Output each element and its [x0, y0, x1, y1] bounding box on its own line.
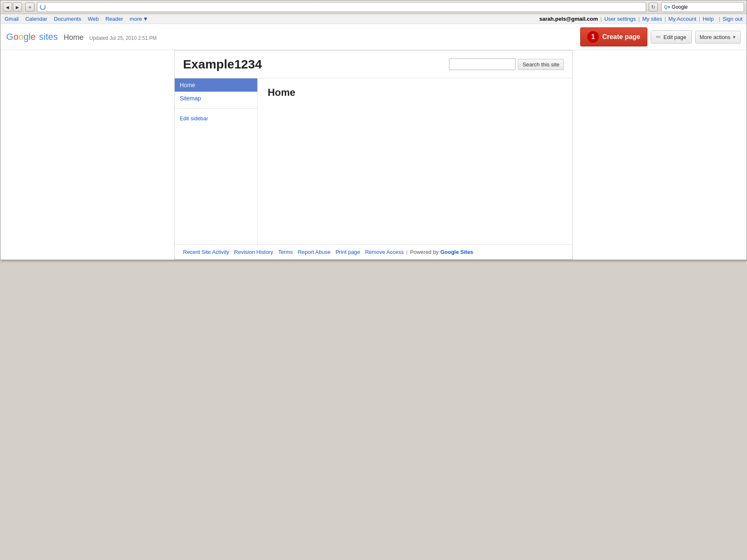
address-bar[interactable]: [37, 2, 646, 12]
new-tab-button[interactable]: +: [25, 2, 34, 12]
sidebar-divider: [175, 108, 257, 109]
footer-terms-link[interactable]: Terms: [278, 249, 293, 255]
topbar-reader-link[interactable]: Reader: [105, 16, 123, 22]
google-topbar: Gmail Calendar Documents Web Reader more…: [0, 14, 747, 24]
content-layout: Home Sitemap Edit sidebar Home: [175, 78, 572, 244]
browser-toolbar: ◀ ▶ + ↻ Q▾ Google: [0, 0, 747, 14]
create-page-badge: 1: [587, 31, 599, 43]
topbar-help-link[interactable]: Help: [703, 16, 714, 22]
sites-label: sites: [39, 32, 58, 42]
topbar-documents-link[interactable]: Documents: [54, 16, 81, 22]
search-engine-icon: Q▾: [664, 5, 670, 10]
sidebar-sitemap-link[interactable]: Sitemap: [180, 95, 201, 102]
footer-remove-access-link[interactable]: Remove Access: [365, 249, 404, 255]
page-content: Home: [258, 78, 572, 244]
footer-print-page-link[interactable]: Print page: [335, 249, 360, 255]
topbar-right-area: sarah.pels@gmail.com | User settings | M…: [540, 16, 742, 22]
site-footer: Recent Site Activity Revision History Te…: [175, 244, 572, 259]
sites-header: Google sites Home Updated Jul 25, 2010 2…: [0, 24, 747, 50]
topbar-user-settings-link[interactable]: User settings: [604, 16, 636, 22]
sidebar-item-sitemap[interactable]: Sitemap: [175, 92, 257, 105]
topbar-my-account-link[interactable]: My Account: [669, 16, 696, 22]
back-button[interactable]: ◀: [3, 2, 12, 12]
powered-by-text: Powered by: [410, 249, 439, 255]
forward-button[interactable]: ▶: [13, 2, 22, 12]
sites-page-name: Home: [63, 33, 83, 42]
nav-buttons: ◀ ▶: [3, 2, 22, 12]
sites-header-right: 1 Create page ✏ Edit page More actions ▼: [580, 27, 741, 46]
create-page-button[interactable]: 1 Create page: [580, 27, 647, 46]
topbar-gmail-link[interactable]: Gmail: [5, 16, 19, 22]
main-container: Example1234 Search this site Home Sitema…: [174, 50, 573, 260]
search-site-area: Search this site: [449, 58, 564, 70]
search-site-input[interactable]: [449, 58, 515, 70]
footer-recent-activity-link[interactable]: Recent Site Activity: [183, 249, 229, 255]
topbar-email: sarah.pels@gmail.com: [540, 16, 598, 22]
sidebar-item-home[interactable]: Home: [175, 78, 257, 92]
edit-sidebar-link[interactable]: Edit sidebar: [180, 115, 208, 122]
edit-page-button[interactable]: ✏ Edit page: [651, 30, 692, 44]
sites-updated-text: Updated Jul 25, 2010 2:51 PM: [89, 35, 156, 41]
page-heading: Home: [268, 87, 562, 98]
footer-revision-history-link[interactable]: Revision History: [234, 249, 273, 255]
sidebar-edit-link-area: Edit sidebar: [175, 112, 257, 125]
more-actions-arrow: ▼: [732, 35, 736, 39]
browser-search-bar[interactable]: Q▾ Google: [661, 2, 744, 12]
sites-header-left: Google sites Home Updated Jul 25, 2010 2…: [6, 32, 156, 42]
edit-page-label: Edit page: [664, 34, 686, 40]
topbar-more-button[interactable]: more ▼: [130, 16, 149, 22]
topbar-my-sites-link[interactable]: My sites: [642, 16, 662, 22]
topbar-left-links: Gmail Calendar Documents Web Reader more…: [5, 16, 148, 22]
pencil-icon: ✏: [656, 34, 661, 40]
topbar-calendar-link[interactable]: Calendar: [25, 16, 47, 22]
footer-report-abuse-link[interactable]: Report Abuse: [298, 249, 331, 255]
browser-search-placeholder: Google: [672, 4, 688, 10]
google-sites-link[interactable]: Google Sites: [440, 249, 473, 255]
reload-button[interactable]: ↻: [649, 2, 658, 12]
create-page-label: Create page: [602, 33, 640, 41]
site-title-area: Example1234 Search this site: [175, 51, 572, 78]
topbar-web-link[interactable]: Web: [88, 16, 99, 22]
loading-spinner: [40, 4, 46, 10]
site-title: Example1234: [183, 57, 262, 71]
google-logo: Google: [6, 32, 36, 42]
search-site-button[interactable]: Search this site: [518, 59, 564, 70]
more-actions-label: More actions: [700, 34, 730, 40]
sidebar-nav: Home Sitemap: [175, 78, 257, 105]
more-actions-button[interactable]: More actions ▼: [695, 31, 741, 44]
topbar-sign-out-link[interactable]: Sign out: [723, 16, 742, 22]
sidebar: Home Sitemap Edit sidebar: [175, 78, 258, 244]
